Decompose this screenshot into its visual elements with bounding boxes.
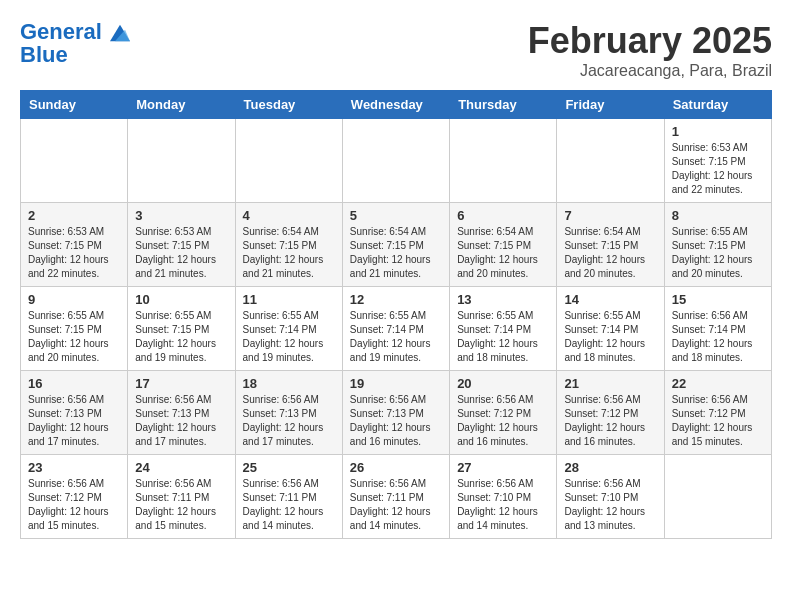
day-info: Sunrise: 6:56 AM Sunset: 7:13 PM Dayligh… <box>243 393 335 449</box>
calendar-cell: 14Sunrise: 6:55 AM Sunset: 7:14 PM Dayli… <box>557 287 664 371</box>
calendar-cell: 16Sunrise: 6:56 AM Sunset: 7:13 PM Dayli… <box>21 371 128 455</box>
day-info: Sunrise: 6:54 AM Sunset: 7:15 PM Dayligh… <box>243 225 335 281</box>
calendar-cell: 10Sunrise: 6:55 AM Sunset: 7:15 PM Dayli… <box>128 287 235 371</box>
day-number: 5 <box>350 208 442 223</box>
day-info: Sunrise: 6:56 AM Sunset: 7:12 PM Dayligh… <box>28 477 120 533</box>
calendar-cell: 25Sunrise: 6:56 AM Sunset: 7:11 PM Dayli… <box>235 455 342 539</box>
calendar-cell <box>128 119 235 203</box>
day-number: 11 <box>243 292 335 307</box>
calendar-cell: 11Sunrise: 6:55 AM Sunset: 7:14 PM Dayli… <box>235 287 342 371</box>
calendar-cell <box>21 119 128 203</box>
calendar-cell: 7Sunrise: 6:54 AM Sunset: 7:15 PM Daylig… <box>557 203 664 287</box>
day-info: Sunrise: 6:54 AM Sunset: 7:15 PM Dayligh… <box>350 225 442 281</box>
day-info: Sunrise: 6:56 AM Sunset: 7:13 PM Dayligh… <box>350 393 442 449</box>
day-number: 28 <box>564 460 656 475</box>
weekday-header-monday: Monday <box>128 91 235 119</box>
day-number: 9 <box>28 292 120 307</box>
day-number: 7 <box>564 208 656 223</box>
month-title: February 2025 <box>528 20 772 62</box>
day-info: Sunrise: 6:54 AM Sunset: 7:15 PM Dayligh… <box>564 225 656 281</box>
day-number: 6 <box>457 208 549 223</box>
day-info: Sunrise: 6:56 AM Sunset: 7:11 PM Dayligh… <box>135 477 227 533</box>
title-area: February 2025 Jacareacanga, Para, Brazil <box>528 20 772 80</box>
logo: General Blue <box>20 20 130 66</box>
day-number: 22 <box>672 376 764 391</box>
week-row-3: 9Sunrise: 6:55 AM Sunset: 7:15 PM Daylig… <box>21 287 772 371</box>
header: General Blue February 2025 Jacareacanga,… <box>20 20 772 80</box>
calendar-cell: 18Sunrise: 6:56 AM Sunset: 7:13 PM Dayli… <box>235 371 342 455</box>
weekday-header-friday: Friday <box>557 91 664 119</box>
day-info: Sunrise: 6:53 AM Sunset: 7:15 PM Dayligh… <box>672 141 764 197</box>
day-info: Sunrise: 6:55 AM Sunset: 7:15 PM Dayligh… <box>672 225 764 281</box>
week-row-4: 16Sunrise: 6:56 AM Sunset: 7:13 PM Dayli… <box>21 371 772 455</box>
day-info: Sunrise: 6:54 AM Sunset: 7:15 PM Dayligh… <box>457 225 549 281</box>
weekday-header-tuesday: Tuesday <box>235 91 342 119</box>
calendar-cell: 15Sunrise: 6:56 AM Sunset: 7:14 PM Dayli… <box>664 287 771 371</box>
weekday-header-saturday: Saturday <box>664 91 771 119</box>
day-number: 26 <box>350 460 442 475</box>
week-row-2: 2Sunrise: 6:53 AM Sunset: 7:15 PM Daylig… <box>21 203 772 287</box>
week-row-1: 1Sunrise: 6:53 AM Sunset: 7:15 PM Daylig… <box>21 119 772 203</box>
calendar-cell: 22Sunrise: 6:56 AM Sunset: 7:12 PM Dayli… <box>664 371 771 455</box>
calendar-cell: 17Sunrise: 6:56 AM Sunset: 7:13 PM Dayli… <box>128 371 235 455</box>
location-title: Jacareacanga, Para, Brazil <box>528 62 772 80</box>
week-row-5: 23Sunrise: 6:56 AM Sunset: 7:12 PM Dayli… <box>21 455 772 539</box>
day-info: Sunrise: 6:56 AM Sunset: 7:13 PM Dayligh… <box>135 393 227 449</box>
calendar-cell <box>342 119 449 203</box>
calendar-cell: 23Sunrise: 6:56 AM Sunset: 7:12 PM Dayli… <box>21 455 128 539</box>
weekday-header-wednesday: Wednesday <box>342 91 449 119</box>
calendar-cell <box>557 119 664 203</box>
day-number: 15 <box>672 292 764 307</box>
calendar-cell: 26Sunrise: 6:56 AM Sunset: 7:11 PM Dayli… <box>342 455 449 539</box>
day-number: 14 <box>564 292 656 307</box>
logo-blue: Blue <box>20 44 130 66</box>
calendar-cell: 19Sunrise: 6:56 AM Sunset: 7:13 PM Dayli… <box>342 371 449 455</box>
calendar-cell <box>450 119 557 203</box>
day-info: Sunrise: 6:56 AM Sunset: 7:11 PM Dayligh… <box>350 477 442 533</box>
day-info: Sunrise: 6:53 AM Sunset: 7:15 PM Dayligh… <box>135 225 227 281</box>
day-info: Sunrise: 6:55 AM Sunset: 7:14 PM Dayligh… <box>350 309 442 365</box>
day-number: 25 <box>243 460 335 475</box>
day-number: 2 <box>28 208 120 223</box>
calendar-cell: 28Sunrise: 6:56 AM Sunset: 7:10 PM Dayli… <box>557 455 664 539</box>
day-number: 12 <box>350 292 442 307</box>
calendar-cell: 6Sunrise: 6:54 AM Sunset: 7:15 PM Daylig… <box>450 203 557 287</box>
day-number: 19 <box>350 376 442 391</box>
day-info: Sunrise: 6:55 AM Sunset: 7:15 PM Dayligh… <box>135 309 227 365</box>
calendar-cell: 2Sunrise: 6:53 AM Sunset: 7:15 PM Daylig… <box>21 203 128 287</box>
day-number: 8 <box>672 208 764 223</box>
day-info: Sunrise: 6:55 AM Sunset: 7:14 PM Dayligh… <box>243 309 335 365</box>
calendar-table: SundayMondayTuesdayWednesdayThursdayFrid… <box>20 90 772 539</box>
day-info: Sunrise: 6:56 AM Sunset: 7:10 PM Dayligh… <box>457 477 549 533</box>
day-number: 16 <box>28 376 120 391</box>
calendar-cell: 3Sunrise: 6:53 AM Sunset: 7:15 PM Daylig… <box>128 203 235 287</box>
day-info: Sunrise: 6:55 AM Sunset: 7:14 PM Dayligh… <box>564 309 656 365</box>
day-info: Sunrise: 6:56 AM Sunset: 7:10 PM Dayligh… <box>564 477 656 533</box>
day-number: 3 <box>135 208 227 223</box>
day-info: Sunrise: 6:56 AM Sunset: 7:12 PM Dayligh… <box>564 393 656 449</box>
calendar-cell <box>235 119 342 203</box>
day-number: 23 <box>28 460 120 475</box>
day-number: 13 <box>457 292 549 307</box>
weekday-header-row: SundayMondayTuesdayWednesdayThursdayFrid… <box>21 91 772 119</box>
calendar-cell: 5Sunrise: 6:54 AM Sunset: 7:15 PM Daylig… <box>342 203 449 287</box>
day-info: Sunrise: 6:56 AM Sunset: 7:11 PM Dayligh… <box>243 477 335 533</box>
calendar-cell: 12Sunrise: 6:55 AM Sunset: 7:14 PM Dayli… <box>342 287 449 371</box>
calendar-cell: 13Sunrise: 6:55 AM Sunset: 7:14 PM Dayli… <box>450 287 557 371</box>
calendar-cell: 21Sunrise: 6:56 AM Sunset: 7:12 PM Dayli… <box>557 371 664 455</box>
calendar-cell: 4Sunrise: 6:54 AM Sunset: 7:15 PM Daylig… <box>235 203 342 287</box>
day-info: Sunrise: 6:55 AM Sunset: 7:15 PM Dayligh… <box>28 309 120 365</box>
day-number: 17 <box>135 376 227 391</box>
day-number: 4 <box>243 208 335 223</box>
calendar-cell: 8Sunrise: 6:55 AM Sunset: 7:15 PM Daylig… <box>664 203 771 287</box>
day-info: Sunrise: 6:56 AM Sunset: 7:12 PM Dayligh… <box>672 393 764 449</box>
logo-text: General <box>20 20 130 44</box>
day-number: 20 <box>457 376 549 391</box>
calendar-cell: 20Sunrise: 6:56 AM Sunset: 7:12 PM Dayli… <box>450 371 557 455</box>
day-number: 24 <box>135 460 227 475</box>
day-info: Sunrise: 6:55 AM Sunset: 7:14 PM Dayligh… <box>457 309 549 365</box>
calendar-cell <box>664 455 771 539</box>
calendar-cell: 9Sunrise: 6:55 AM Sunset: 7:15 PM Daylig… <box>21 287 128 371</box>
day-info: Sunrise: 6:56 AM Sunset: 7:12 PM Dayligh… <box>457 393 549 449</box>
day-info: Sunrise: 6:53 AM Sunset: 7:15 PM Dayligh… <box>28 225 120 281</box>
